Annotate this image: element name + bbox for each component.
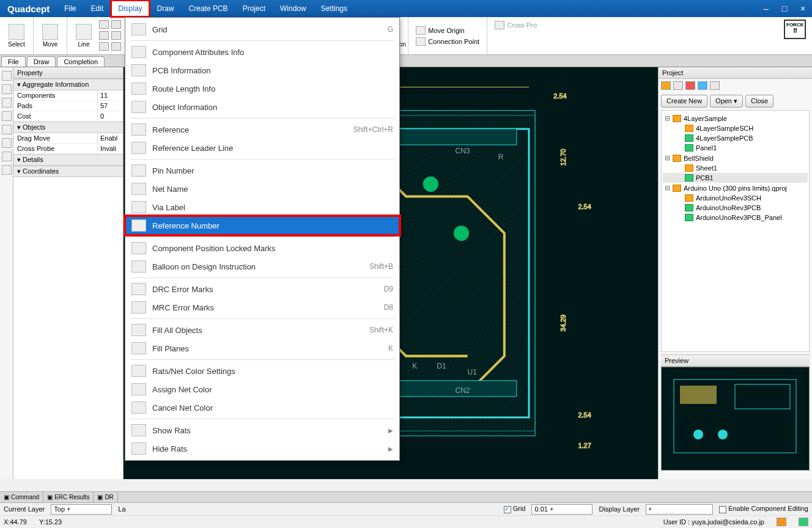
menu-item-via-label[interactable]: Via Label: [125, 198, 399, 216]
shape-tool[interactable]: [99, 20, 109, 29]
project-tree[interactable]: ⊟4LayerSample4LayerSampleSCH4LayerSample…: [661, 110, 810, 352]
lt-btn[interactable]: [2, 111, 12, 121]
select-tool[interactable]: Select: [4, 20, 29, 52]
tab-completion[interactable]: Completion: [57, 56, 105, 67]
connection-point-tool[interactable]: Connection Point: [412, 36, 483, 47]
tree-node[interactable]: Sheet1: [663, 163, 808, 173]
menu-display[interactable]: Display: [111, 0, 149, 17]
lt-btn[interactable]: [2, 125, 12, 134]
submenu-arrow-icon: ▶: [388, 427, 393, 434]
lt-btn[interactable]: [2, 98, 12, 108]
menu-item-fill-planes[interactable]: Fill PlanesK: [125, 339, 399, 358]
maximize-button[interactable]: □: [775, 0, 794, 17]
crosspro-tool[interactable]: Cross Pro: [491, 20, 541, 31]
menu-item-fill-all-objects[interactable]: Fill All ObjectsShift+K: [125, 321, 399, 339]
display-menu-dropdown: GridGComponent Attributes InfoPCB Inform…: [125, 17, 400, 461]
menu-draw[interactable]: Draw: [150, 0, 182, 17]
shape-tool[interactable]: [99, 42, 109, 51]
menu-item-pcb-information[interactable]: PCB Information: [125, 61, 399, 79]
menu-settings[interactable]: Settings: [314, 0, 355, 17]
tree-node[interactable]: ⊟BellShield: [663, 153, 808, 163]
tree-node[interactable]: ArduinoUnoRev3PCB: [663, 203, 808, 213]
grid-checkbox[interactable]: [504, 506, 511, 513]
proj-icon-btn[interactable]: [698, 81, 707, 90]
menu-item-label: Assign Net Color: [152, 385, 212, 394]
shape-tool[interactable]: [111, 42, 121, 51]
lt-btn[interactable]: [2, 71, 12, 81]
menu-item-assign-net-color[interactable]: Assign Net Color: [125, 380, 399, 398]
open-button[interactable]: Open ▾: [710, 95, 743, 108]
menu-item-pin-number[interactable]: Pin Number: [125, 161, 399, 180]
lt-btn[interactable]: [2, 138, 12, 148]
grid-value[interactable]: 0.01: [531, 504, 592, 515]
proj-icon-btn[interactable]: [710, 81, 720, 90]
menu-item-cancel-net-color[interactable]: Cancel Net Color: [125, 398, 399, 417]
menu-item-reference-number[interactable]: Reference Number: [125, 216, 399, 235]
tab-command[interactable]: ▣ Command: [0, 492, 43, 502]
tree-node[interactable]: ArduinoUnoRev3SCH: [663, 193, 808, 203]
menu-item-mrc-error-marks[interactable]: MRC Error MarksD8: [125, 298, 399, 317]
tree-node[interactable]: ⊟4LayerSample: [663, 113, 808, 123]
menu-item-icon: [131, 283, 146, 295]
lt-btn[interactable]: [2, 152, 12, 161]
proj-icon-btn[interactable]: [673, 81, 683, 90]
toolbar-ribbon: Select Move Line arallel Routing ferenti…: [0, 17, 812, 55]
create-new-button[interactable]: Create New: [661, 95, 707, 108]
status-icon[interactable]: [799, 518, 808, 526]
menu-item-shortcut: Shift+K: [357, 326, 393, 334]
shape-tool[interactable]: [111, 20, 121, 29]
force-button[interactable]: FORCE⠿: [784, 20, 806, 39]
property-row: Components11: [13, 90, 123, 101]
menu-item-drc-error-marks[interactable]: DRC Error MarksD9: [125, 280, 399, 298]
shape-tool[interactable]: [111, 31, 121, 40]
status-icon[interactable]: [777, 518, 786, 526]
menu-item-balloon-on-design-instruction[interactable]: Balloon on Design InstructionShift+B: [125, 257, 399, 276]
tree-node[interactable]: ArduinoUnoRev3PCB_Panel: [663, 213, 808, 222]
move-tool[interactable]: Move: [37, 20, 63, 52]
tab-erc[interactable]: ▣ ERC Results: [43, 492, 94, 502]
menu-item-grid[interactable]: GridG: [125, 20, 399, 38]
tree-node[interactable]: ⊟Arduino Uno (300 pins limits).qproj: [663, 183, 808, 193]
minimize-button[interactable]: –: [757, 0, 775, 17]
proj-icon-btn[interactable]: [685, 81, 695, 90]
tab-drc[interactable]: ▣ DR: [94, 492, 117, 502]
close-project-button[interactable]: Close: [745, 95, 773, 108]
menu-project[interactable]: Project: [235, 0, 273, 17]
menu-item-net-name[interactable]: Net Name: [125, 180, 399, 198]
menu-item-component-attributes-info[interactable]: Component Attributes Info: [125, 43, 399, 61]
menu-item-reference[interactable]: ReferenceShift+Ctrl+R: [125, 120, 399, 139]
tree-node[interactable]: 4LayerSampleSCH: [663, 123, 808, 133]
tree-node[interactable]: PCB1: [663, 173, 808, 183]
close-button[interactable]: ×: [794, 0, 812, 17]
menu-item-object-information[interactable]: Object Information: [125, 98, 399, 116]
menu-item-show-rats[interactable]: Show Rats▶: [125, 421, 399, 439]
menu-item-route-length-info[interactable]: Route Length Info: [125, 79, 399, 98]
menu-item-hide-rats[interactable]: Hide Rats▶: [125, 439, 399, 458]
layer-select[interactable]: Top: [51, 504, 112, 515]
menu-create-pcb[interactable]: Create PCB: [182, 0, 235, 17]
displaylayer-select[interactable]: [646, 504, 713, 515]
move-origin-tool[interactable]: Move Origin: [412, 25, 483, 36]
tree-node[interactable]: Panel1: [663, 143, 808, 153]
menu-window[interactable]: Window: [273, 0, 314, 17]
shape-tool[interactable]: [99, 31, 109, 40]
property-section[interactable]: ▾ Objects: [13, 122, 123, 133]
property-section[interactable]: ▾ Aggregate Information: [13, 79, 123, 90]
enable-edit-checkbox[interactable]: [719, 506, 726, 513]
svg-text:12.70: 12.70: [559, 149, 567, 166]
tab-file[interactable]: File: [1, 56, 26, 67]
menu-edit[interactable]: Edit: [84, 0, 111, 17]
menu-item-reference-leader-line[interactable]: Reference Leader Line: [125, 139, 399, 157]
menu-item-component-position-locked-marks[interactable]: Component Position Locked Marks: [125, 239, 399, 257]
tree-node[interactable]: 4LayerSamplePCB: [663, 133, 808, 143]
property-section[interactable]: ▾ Details: [13, 154, 123, 166]
menu-item-rats-net-color-settings[interactable]: Rats/Net Color Settings: [125, 362, 399, 380]
svg-point-6: [454, 226, 468, 241]
proj-icon-btn[interactable]: [661, 81, 671, 90]
line-tool[interactable]: Line: [71, 20, 97, 52]
menu-file[interactable]: File: [57, 0, 83, 17]
lt-btn[interactable]: [2, 84, 12, 94]
property-section[interactable]: ▾ Coordinates: [13, 166, 123, 177]
lt-btn[interactable]: [2, 165, 12, 175]
tab-draw[interactable]: Draw: [27, 56, 56, 67]
